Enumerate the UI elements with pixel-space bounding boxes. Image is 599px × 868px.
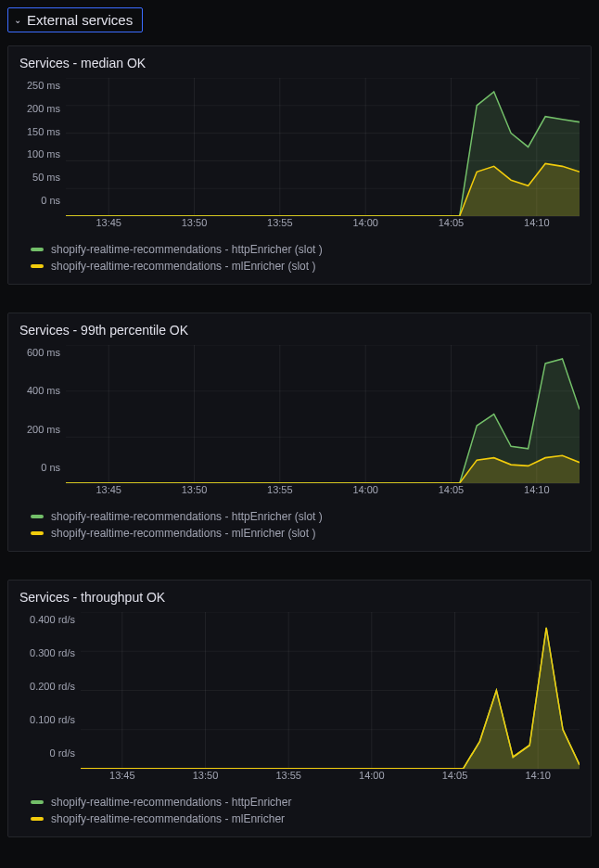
legend-swatch-icon [31,817,44,821]
panel-services-p99: Services - 99th percentile OK 600 ms 400… [7,313,592,552]
legend-swatch-icon [31,264,44,268]
legend: shopify-realtime-recommendations - httpE… [8,790,591,836]
legend-label: shopify-realtime-recommendations - httpE… [51,510,323,523]
legend-item-mlenricher[interactable]: shopify-realtime-recommendations - mlEnr… [31,260,578,273]
legend-item-httpenricher[interactable]: shopify-realtime-recommendations - httpE… [31,243,578,256]
legend-label: shopify-realtime-recommendations - httpE… [51,796,291,809]
x-axis: 13:45 13:50 13:55 14:00 14:05 14:10 [66,217,580,228]
legend: shopify-realtime-recommendations - httpE… [8,237,591,284]
section-toggle-external-services[interactable]: ⌄ External services [7,7,143,32]
legend-swatch-icon [31,515,44,518]
chart-area[interactable]: 600 ms 400 ms 200 ms 0 ns [12,345,580,484]
legend-label: shopify-realtime-recommendations - mlEnr… [51,527,315,540]
y-axis: 600 ms 400 ms 200 ms 0 ns [12,345,66,484]
legend-item-httpenricher[interactable]: shopify-realtime-recommendations - httpE… [31,510,578,523]
legend-swatch-icon [31,800,44,804]
chevron-down-icon: ⌄ [14,15,21,25]
legend-swatch-icon [31,248,44,251]
legend-label: shopify-realtime-recommendations - httpE… [51,243,323,256]
chart-series [66,359,580,483]
x-axis: 13:45 13:50 13:55 14:00 14:05 14:10 [81,770,580,781]
chart-svg [66,78,580,216]
panel-services-throughput: Services - throughput OK 0.400 rd/s 0.30… [7,580,592,837]
chart-svg [66,345,580,483]
chart-plot[interactable] [81,612,580,770]
y-axis: 0.400 rd/s 0.300 rd/s 0.200 rd/s 0.100 r… [12,612,81,770]
chart-plot[interactable] [66,345,580,484]
chart-area[interactable]: 0.400 rd/s 0.300 rd/s 0.200 rd/s 0.100 r… [12,612,580,770]
legend-item-mlenricher[interactable]: shopify-realtime-recommendations - mlEnr… [31,812,578,825]
section-title: External services [27,12,133,28]
legend-label: shopify-realtime-recommendations - mlEnr… [51,260,315,273]
panel-title: Services - 99th percentile OK [8,313,591,345]
legend: shopify-realtime-recommendations - httpE… [8,504,591,551]
y-axis: 250 ms 200 ms 150 ms 100 ms 50 ms 0 ns [12,78,66,217]
panel-services-median: Services - median OK 250 ms 200 ms 150 m… [7,45,592,285]
panel-title: Services - throughput OK [8,581,591,612]
chart-series [66,92,580,216]
legend-item-mlenricher[interactable]: shopify-realtime-recommendations - mlEnr… [31,527,578,540]
panel-title: Services - median OK [8,46,591,78]
chart-series [81,628,580,769]
legend-label: shopify-realtime-recommendations - mlEnr… [51,812,285,825]
chart-area[interactable]: 250 ms 200 ms 150 ms 100 ms 50 ms 0 ns [12,78,580,217]
legend-item-httpenricher[interactable]: shopify-realtime-recommendations - httpE… [31,796,578,809]
x-axis: 13:45 13:50 13:55 14:00 14:05 14:10 [66,484,580,495]
legend-swatch-icon [31,531,44,535]
chart-svg [81,612,580,769]
chart-plot[interactable] [66,78,580,217]
